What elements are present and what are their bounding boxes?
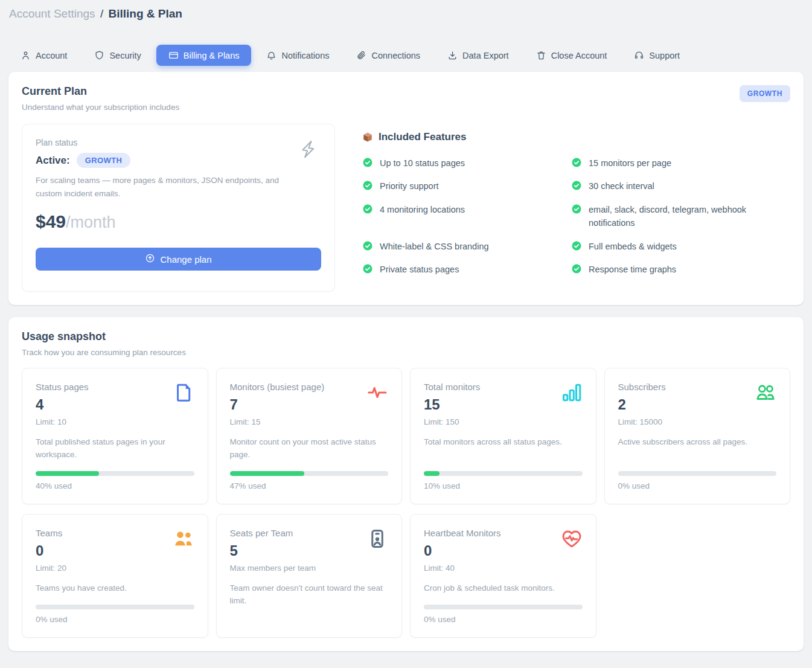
check-circle-icon xyxy=(571,156,582,168)
usage-grid: Status pages4Limit: 10Total published st… xyxy=(22,368,790,638)
feature-label: Full embeds & widgets xyxy=(589,240,677,253)
feature-item: 30 check interval xyxy=(571,179,790,193)
feature-item: Private status pages xyxy=(362,263,571,276)
check-circle-icon xyxy=(571,179,582,191)
plan-status-value: Active: xyxy=(36,155,70,167)
bell-icon xyxy=(266,50,277,60)
progress-track xyxy=(36,471,194,476)
usage-card-description: Monitor count on your most active status… xyxy=(230,436,389,461)
check-circle-icon xyxy=(362,263,373,274)
plan-status-card: Plan status Active: GROWTH For scaling t… xyxy=(22,124,335,292)
current-plan-title: Current Plan xyxy=(22,85,179,98)
features-grid: Up to 10 status pages15 monitors per pag… xyxy=(362,156,790,277)
usage-card-subscribers: Subscribers2Limit: 15000Active subscribe… xyxy=(604,368,791,504)
link-icon xyxy=(356,50,366,60)
usage-percent-label: 0% used xyxy=(424,615,583,624)
progress-track xyxy=(36,605,194,609)
check-circle-icon xyxy=(362,203,373,214)
tab-label: Account xyxy=(36,51,67,60)
feature-item: 4 monitoring locations xyxy=(362,203,571,230)
price-period: /month xyxy=(66,213,116,231)
check-circle-icon xyxy=(571,240,582,251)
file-icon xyxy=(173,382,194,403)
usage-title: Usage snapshot xyxy=(22,330,790,343)
usage-card-limit: Limit: 40 xyxy=(424,564,501,573)
feature-label: email, slack, discord, telegram, webhook… xyxy=(589,203,773,230)
heart-pulse-icon xyxy=(561,528,583,550)
user-icon xyxy=(21,50,31,60)
tab-close-account[interactable]: Close Account xyxy=(524,45,619,66)
breadcrumb-separator: / xyxy=(100,7,103,20)
download-icon xyxy=(447,50,458,60)
current-plan-subtitle: Understand what your subscription includ… xyxy=(22,103,179,112)
tab-bar: AccountSecurityBilling & PlansNotificati… xyxy=(8,45,804,66)
usage-card-limit: Limit: 20 xyxy=(36,564,66,573)
usage-progress: 0% used xyxy=(618,461,777,490)
change-plan-label: Change plan xyxy=(160,254,211,265)
usage-card-limit: Limit: 15 xyxy=(230,417,325,426)
feature-item: Priority support xyxy=(362,179,571,193)
usage-card-label: Status pages xyxy=(36,382,89,392)
usage-card-description: Team owner doesn't count toward the seat… xyxy=(230,582,389,608)
tab-label: Billing & Plans xyxy=(184,51,240,60)
usage-progress: 10% used xyxy=(424,461,583,490)
usage-card-value: 5 xyxy=(230,542,316,559)
usage-card-status-pages: Status pages4Limit: 10Total published st… xyxy=(22,368,208,504)
usage-card-label: Seats per Team xyxy=(230,528,316,538)
usage-percent-label: 40% used xyxy=(36,481,194,490)
check-circle-icon xyxy=(362,179,373,191)
usage-card-seats-per-team: Seats per Team5Max members per teamTeam … xyxy=(216,514,403,638)
feature-item: White-label & CSS branding xyxy=(362,240,571,253)
usage-progress: 47% used xyxy=(230,461,389,490)
usage-card-label: Subscribers xyxy=(618,382,666,392)
usage-card-label: Teams xyxy=(36,528,66,538)
tab-data-export[interactable]: Data Export xyxy=(435,45,521,66)
check-circle-icon xyxy=(571,203,582,214)
pulse-icon xyxy=(366,382,388,403)
usage-card-label: Monitors (busiest page) xyxy=(230,382,325,392)
usage-card-value: 4 xyxy=(36,396,89,413)
change-plan-button[interactable]: Change plan xyxy=(36,248,321,271)
arrow-up-circle-icon xyxy=(145,253,155,265)
progress-fill xyxy=(424,471,440,476)
usage-card-value: 15 xyxy=(424,396,480,413)
usage-card-teams: Teams0Limit: 20Teams you have created.0%… xyxy=(22,514,208,638)
usage-card-description: Teams you have created. xyxy=(36,582,194,595)
tab-account[interactable]: Account xyxy=(8,45,79,66)
usage-card-monitors-busiest-page: Monitors (busiest page)7Limit: 15Monitor… xyxy=(216,368,403,504)
package-icon xyxy=(362,132,373,143)
tab-notifications[interactable]: Notifications xyxy=(254,45,341,66)
usage-progress: 0% used xyxy=(424,595,583,624)
current-plan-card: Current Plan Understand what your subscr… xyxy=(8,72,804,305)
check-circle-icon xyxy=(362,156,373,168)
bar-chart-icon xyxy=(561,382,583,403)
usage-snapshot-card: Usage snapshot Track how you are consumi… xyxy=(8,317,804,651)
usage-card-heartbeat-monitors: Heartbeat Monitors0Limit: 40Cron job & s… xyxy=(410,514,596,638)
progress-fill xyxy=(36,471,99,476)
usage-card-label: Heartbeat Monitors xyxy=(424,528,501,538)
usage-card-total-monitors: Total monitors15Limit: 150Total monitors… xyxy=(410,368,596,504)
trash-icon xyxy=(536,50,546,60)
tab-billing-plans[interactable]: Billing & Plans xyxy=(156,45,252,66)
page-title: Billing & Plan xyxy=(108,7,182,20)
progress-fill xyxy=(230,471,304,476)
tab-connections[interactable]: Connections xyxy=(344,45,432,66)
zap-icon xyxy=(296,137,320,161)
usage-card-label: Total monitors xyxy=(424,382,480,392)
progress-track xyxy=(618,471,777,476)
plan-description: For scaling teams — more pages & monitor… xyxy=(36,174,280,200)
tab-support[interactable]: Support xyxy=(622,45,692,66)
plan-price: $49/month xyxy=(36,210,321,237)
tab-label: Security xyxy=(109,51,141,60)
breadcrumb-section[interactable]: Account Settings xyxy=(9,7,95,20)
usage-card-description: Total monitors across all status pages. xyxy=(424,436,583,449)
progress-track xyxy=(424,605,583,609)
included-features-title: Included Features xyxy=(379,131,466,143)
usage-progress: 40% used xyxy=(36,461,194,490)
price-amount: $49 xyxy=(36,211,66,231)
usage-card-limit: Limit: 10 xyxy=(36,417,89,426)
feature-label: 30 check interval xyxy=(589,179,654,193)
usage-percent-label: 10% used xyxy=(424,481,583,490)
check-circle-icon xyxy=(362,240,373,251)
tab-security[interactable]: Security xyxy=(82,45,153,66)
